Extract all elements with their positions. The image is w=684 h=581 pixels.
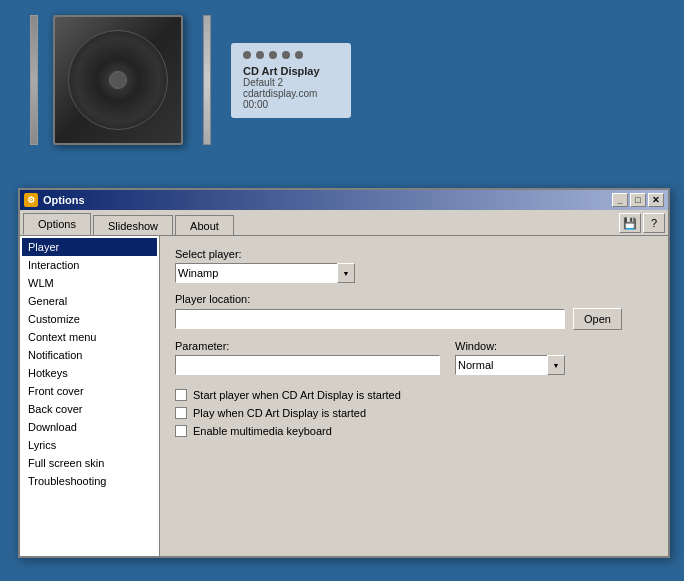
parameter-input[interactable] [175, 355, 440, 375]
main-content: Select player: Winamp iTunes Windows Med… [160, 236, 668, 556]
maximize-button[interactable]: □ [630, 193, 646, 207]
checkbox-row-1: Start player when CD Art Display is star… [175, 389, 653, 401]
sidebar-item-hotkeys[interactable]: Hotkeys [22, 364, 157, 382]
play-on-start-checkbox[interactable] [175, 407, 187, 419]
checkbox-row-2: Play when CD Art Display is started [175, 407, 653, 419]
dot-2 [256, 51, 264, 59]
checkbox-row-3: Enable multimedia keyboard [175, 425, 653, 437]
player-location-row: Open [175, 308, 653, 330]
cd-spine [30, 15, 38, 145]
window-col: Window: Normal Minimized Maximized ▼ [455, 340, 565, 375]
window-label: Window: [455, 340, 565, 352]
widget-url: cdartdisplay.com [243, 88, 339, 99]
multimedia-keyboard-checkbox[interactable] [175, 425, 187, 437]
window-select-wrapper: Normal Minimized Maximized ▼ [455, 355, 565, 375]
top-widget-area: CD Art Display Default 2 cdartdisplay.co… [0, 0, 684, 160]
tab-about[interactable]: About [175, 215, 234, 235]
player-location-label: Player location: [175, 293, 653, 305]
sidebar-item-player[interactable]: Player [22, 238, 157, 256]
save-toolbar-button[interactable]: 💾 [619, 213, 641, 233]
dialog-body: Player Interaction WLM General Customize… [20, 236, 668, 556]
dot-5 [295, 51, 303, 59]
open-button[interactable]: Open [573, 308, 622, 330]
sidebar-item-context-menu[interactable]: Context menu [22, 328, 157, 346]
cd-disc [68, 30, 168, 130]
sidebar-item-back-cover[interactable]: Back cover [22, 400, 157, 418]
parameter-col: Parameter: [175, 340, 440, 375]
multimedia-keyboard-label: Enable multimedia keyboard [193, 425, 332, 437]
checkboxes-section: Start player when CD Art Display is star… [175, 389, 653, 437]
minimize-button[interactable]: _ [612, 193, 628, 207]
tab-slideshow[interactable]: Slideshow [93, 215, 173, 235]
widget-dots [243, 51, 339, 59]
widget-profile: Default 2 [243, 77, 339, 88]
sidebar-item-customize[interactable]: Customize [22, 310, 157, 328]
widget-separator [203, 15, 211, 145]
select-player-label: Select player: [175, 248, 653, 260]
help-toolbar-button[interactable]: ? [643, 213, 665, 233]
dialog-titlebar: ⚙ Options _ □ ✕ [20, 190, 668, 210]
cd-case [53, 15, 183, 145]
widget-time: 00:00 [243, 99, 339, 110]
player-select-wrapper: Winamp iTunes Windows Media Player fooba… [175, 263, 355, 283]
player-location-input[interactable] [175, 309, 565, 329]
sidebar-item-front-cover[interactable]: Front cover [22, 382, 157, 400]
start-player-label: Start player when CD Art Display is star… [193, 389, 401, 401]
param-window-row: Parameter: Window: Normal Minimized Maxi… [175, 340, 653, 375]
dialog-toolbar: Options Slideshow About 💾 ? [20, 210, 668, 236]
sidebar-item-notification[interactable]: Notification [22, 346, 157, 364]
cd-widget [30, 15, 183, 145]
parameter-label: Parameter: [175, 340, 440, 352]
titlebar-left: ⚙ Options [24, 193, 85, 207]
close-button[interactable]: ✕ [648, 193, 664, 207]
options-dialog: ⚙ Options _ □ ✕ Options Slideshow About … [18, 188, 670, 558]
toolbar-right-buttons: 💾 ? [619, 213, 665, 235]
widget-info-panel: CD Art Display Default 2 cdartdisplay.co… [231, 43, 351, 118]
sidebar-item-troubleshooting[interactable]: Troubleshooting [22, 472, 157, 490]
dot-4 [282, 51, 290, 59]
select-player-group: Select player: Winamp iTunes Windows Med… [175, 248, 653, 283]
play-on-start-label: Play when CD Art Display is started [193, 407, 366, 419]
dot-1 [243, 51, 251, 59]
sidebar-item-wlm[interactable]: WLM [22, 274, 157, 292]
sidebar: Player Interaction WLM General Customize… [20, 236, 160, 556]
sidebar-item-download[interactable]: Download [22, 418, 157, 436]
dialog-title: Options [43, 194, 85, 206]
sidebar-item-general[interactable]: General [22, 292, 157, 310]
window-select[interactable]: Normal Minimized Maximized [455, 355, 565, 375]
tab-options[interactable]: Options [23, 213, 91, 235]
start-player-checkbox[interactable] [175, 389, 187, 401]
titlebar-buttons: _ □ ✕ [612, 193, 664, 207]
sidebar-item-lyrics[interactable]: Lyrics [22, 436, 157, 454]
sidebar-item-interaction[interactable]: Interaction [22, 256, 157, 274]
titlebar-icon: ⚙ [24, 193, 38, 207]
player-select[interactable]: Winamp iTunes Windows Media Player fooba… [175, 263, 355, 283]
dot-3 [269, 51, 277, 59]
cd-center [109, 71, 127, 89]
sidebar-item-full-screen-skin[interactable]: Full screen skin [22, 454, 157, 472]
player-location-group: Player location: Open [175, 293, 653, 330]
widget-app-name: CD Art Display [243, 65, 339, 77]
